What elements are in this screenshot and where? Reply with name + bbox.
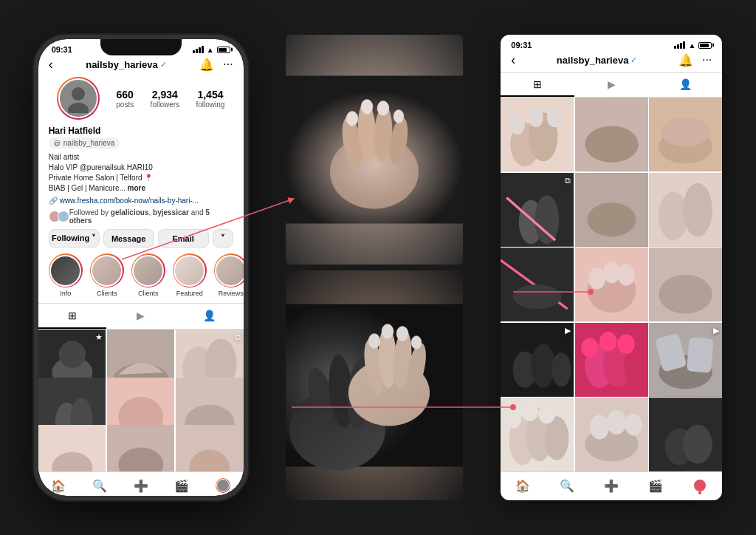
message-button[interactable]: Message	[103, 229, 154, 248]
tab-tagged[interactable]: 👤	[175, 304, 244, 329]
right-signal-icon	[674, 41, 685, 49]
email-button[interactable]: Email	[158, 229, 209, 248]
svg-point-85	[581, 338, 598, 357]
svg-point-44	[382, 324, 394, 339]
posts-stat: 660 posts	[116, 89, 134, 109]
svg-point-80	[552, 352, 571, 386]
star-overlay-icon: ★	[95, 333, 103, 342]
svg-point-101	[590, 415, 609, 440]
profile-info: 660 posts 2,934 followers 1,454 followin…	[38, 77, 244, 229]
create-nav-button[interactable]: ➕	[134, 479, 148, 493]
svg-point-45	[396, 327, 408, 341]
svg-point-97	[521, 401, 538, 420]
right-grid-cell-14[interactable]	[575, 398, 648, 471]
following-label: following	[196, 100, 225, 109]
right-grid-cell-10[interactable]: ▶	[501, 323, 574, 397]
notification-dot	[698, 491, 701, 494]
home-nav-button[interactable]: 🏠	[51, 479, 66, 493]
stats-row: 660 posts 2,934 followers 1,454 followin…	[49, 77, 233, 120]
following-stat[interactable]: 1,454 following	[196, 89, 225, 109]
grid-cell-9[interactable]	[176, 425, 244, 471]
profile-nav-button[interactable]	[216, 478, 230, 493]
right-grid-cell-2[interactable]	[575, 98, 648, 171]
highlight-clients-1[interactable]: Clients	[90, 253, 124, 297]
right-grid-cell-13[interactable]	[501, 398, 574, 471]
highlight-reviews[interactable]: Reviews	[214, 253, 244, 297]
right-back-button[interactable]: ‹	[511, 52, 515, 68]
expand-icon: ˅	[221, 234, 225, 243]
right-profile-header: ‹ nailsby_harieva ✓ 🔔 ···	[501, 50, 722, 72]
right-verified-icon: ✓	[630, 55, 637, 65]
following-count: 1,454	[196, 89, 225, 100]
back-button[interactable]: ‹	[49, 57, 53, 72]
right-tab-video[interactable]: ▶	[574, 73, 648, 97]
right-grid-cell-12[interactable]: ▶	[649, 323, 722, 397]
highlight-clients-2[interactable]: Clients	[131, 253, 165, 297]
right-grid-cell-15[interactable]	[649, 398, 722, 471]
header-actions: 🔔 ···	[199, 58, 233, 72]
wifi-icon: ▲	[207, 46, 214, 54]
svg-point-103	[625, 414, 642, 436]
tab-grid[interactable]: ⊞	[38, 304, 107, 329]
username-tag: @ nailsby_harieva	[49, 137, 120, 149]
svg-point-86	[599, 332, 616, 351]
right-profile-nav-button[interactable]	[693, 478, 707, 493]
grid-cell-8[interactable]	[107, 425, 175, 471]
reels-nav-button[interactable]: 🎬	[174, 479, 189, 493]
content-nav-tabs: ⊞ ▶ 👤	[38, 303, 244, 330]
bio-link[interactable]: 🔗 www.fresha.com/book-now/nails-by-hari-…	[49, 197, 233, 205]
username-tag-text: nailsby_harieva	[63, 139, 115, 147]
right-grid-cell-4[interactable]: ⧉	[501, 173, 574, 247]
svg-point-1	[68, 103, 89, 113]
followers-stat[interactable]: 2,934 followers	[151, 89, 179, 109]
svg-point-32	[394, 110, 404, 123]
expand-button[interactable]: ˅	[213, 229, 233, 248]
right-tab-grid[interactable]: ⊞	[501, 73, 574, 97]
tab-video[interactable]: ▶	[106, 304, 175, 329]
svg-point-60	[535, 195, 560, 244]
svg-point-96	[504, 409, 521, 428]
svg-point-66	[684, 183, 713, 236]
right-grid-cell-5[interactable]	[575, 173, 648, 247]
right-content-nav-tabs: ⊞ ▶ 👤	[501, 72, 722, 98]
follower-avatars	[49, 211, 66, 222]
right-home-nav-button[interactable]: 🏠	[515, 479, 530, 493]
highlight-featured[interactable]: Featured	[173, 253, 207, 297]
avatar[interactable]	[57, 77, 100, 120]
right-grid-cell-11[interactable]	[575, 323, 648, 397]
right-tab-tagged[interactable]: 👤	[648, 73, 722, 97]
right-header-actions: 🔔 ···	[678, 53, 712, 67]
action-buttons: Following ˅ Message Email ˅	[38, 229, 244, 253]
right-grid-cell-6[interactable]	[649, 173, 722, 247]
right-grid-cell-3[interactable]	[649, 98, 722, 171]
grid-cell-7[interactable]	[38, 425, 106, 471]
right-reels-nav-button[interactable]: 🎬	[648, 479, 663, 493]
phone-screen: 09:31 ▲ ‹ nail	[38, 39, 244, 496]
menu-button[interactable]: ···	[223, 58, 233, 72]
highlight-info[interactable]: Info	[49, 253, 83, 297]
right-grid-cell-9[interactable]	[649, 248, 722, 321]
right-grid-cell-1[interactable]	[501, 98, 574, 171]
header-username-group: nailsby_harieva ✓	[86, 59, 167, 70]
follower-avatar-2	[58, 211, 69, 222]
right-grid-cell-7[interactable]	[501, 248, 574, 321]
video-overlay-10: ▶	[565, 326, 571, 335]
right-search-nav-button[interactable]: 🔍	[560, 479, 574, 493]
notifications-button[interactable]: 🔔	[199, 58, 214, 72]
svg-point-76	[659, 275, 713, 314]
right-menu-button[interactable]: ···	[702, 53, 712, 67]
svg-point-57	[662, 117, 710, 147]
multi-icon-4: ⧉	[565, 176, 571, 185]
bottom-nail-photo	[286, 270, 463, 500]
right-wifi-icon: ▲	[688, 41, 695, 50]
left-phone: 09:31 ▲ ‹ nail	[34, 35, 248, 500]
right-grid-cell-8[interactable]	[575, 248, 648, 321]
svg-point-46	[411, 336, 422, 350]
search-nav-button[interactable]: 🔍	[92, 479, 107, 493]
right-phone: 09:31 ▲ ‹ nailsby_harieva ✓	[501, 35, 722, 500]
following-button[interactable]: Following ˅	[49, 229, 100, 248]
right-create-nav-button[interactable]: ➕	[604, 479, 619, 493]
right-header-username: nailsby_harieva	[557, 55, 629, 66]
right-notifications-button[interactable]: 🔔	[678, 53, 693, 67]
svg-point-51	[529, 108, 543, 127]
